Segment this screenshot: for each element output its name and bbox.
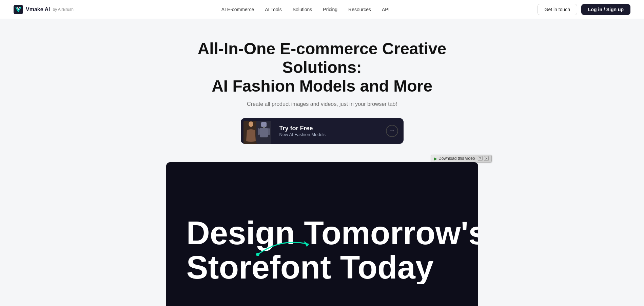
cta-text-block: Try for Free New AI Fashion Models bbox=[274, 125, 386, 137]
download-bar-actions: ? ✕ bbox=[478, 156, 489, 161]
video-display: Design Tomorrow's Storefont Today bbox=[166, 162, 478, 306]
nav-item-ai-tools[interactable]: AI Tools bbox=[265, 6, 282, 13]
get-in-touch-button[interactable]: Get in touch bbox=[538, 4, 578, 15]
hero-subtitle: Create all product images and videos, ju… bbox=[14, 101, 630, 107]
nav-link-resources[interactable]: Resources bbox=[348, 7, 371, 12]
download-play-icon: ▶ bbox=[434, 156, 437, 161]
video-headline-wrapper: Design Tomorrow's Storefont Today bbox=[187, 216, 478, 285]
svg-rect-8 bbox=[268, 128, 270, 135]
vmake-logo-icon bbox=[14, 5, 23, 14]
navbar-actions: Get in touch Log in / Sign up bbox=[538, 4, 630, 15]
svg-rect-7 bbox=[258, 128, 260, 135]
nav-item-resources[interactable]: Resources bbox=[348, 6, 371, 13]
video-headline-line1: Design Tomorrow's bbox=[187, 216, 478, 250]
nav-item-pricing[interactable]: Pricing bbox=[323, 6, 337, 13]
logo-by-airbrush: by AirBrush bbox=[53, 7, 73, 12]
logo-area: Vmake AI by AirBrush bbox=[14, 5, 74, 14]
hero-title: All-In-One E-commerce Creative Solutions… bbox=[170, 39, 475, 96]
nav-item-api[interactable]: API bbox=[382, 6, 390, 13]
cta-arrow-icon: → bbox=[386, 125, 398, 137]
svg-rect-5 bbox=[263, 127, 265, 128]
login-signup-button[interactable]: Log in / Sign up bbox=[581, 4, 630, 15]
svg-rect-4 bbox=[261, 122, 267, 127]
cta-try-free-label: Try for Free bbox=[279, 125, 313, 132]
try-for-free-button[interactable]: Try for Free New AI Fashion Models → bbox=[241, 118, 404, 144]
video-section: ▶ Download this video ? ✕ Design Tomorro… bbox=[153, 162, 492, 306]
svg-marker-9 bbox=[304, 241, 309, 247]
cyan-arrow-graphic bbox=[254, 234, 322, 261]
nav-link-pricing[interactable]: Pricing bbox=[323, 7, 337, 12]
navbar: Vmake AI by AirBrush AI E-commerce AI To… bbox=[0, 0, 644, 19]
cta-sub-label: New AI Fashion Models bbox=[279, 132, 326, 137]
nav-item-ai-ecommerce[interactable]: AI E-commerce bbox=[221, 6, 254, 13]
svg-point-10 bbox=[256, 253, 259, 256]
download-close-button[interactable]: ✕ bbox=[484, 156, 489, 161]
download-video-label: Download this video bbox=[438, 156, 475, 161]
cta-model-images bbox=[241, 118, 274, 144]
video-headline-s: S bbox=[187, 249, 208, 285]
video-headline-d: D bbox=[187, 216, 210, 251]
logo-brand-name: Vmake AI bbox=[26, 6, 50, 13]
hero-title-line1: All-In-One E-commerce Creative Solutions… bbox=[198, 40, 447, 76]
nav-link-solutions[interactable]: Solutions bbox=[293, 7, 312, 12]
hero-section: All-In-One E-commerce Creative Solutions… bbox=[0, 19, 644, 155]
download-help-button[interactable]: ? bbox=[478, 156, 483, 161]
hero-title-line2: AI Fashion Models and More bbox=[212, 77, 432, 95]
nav-link-ai-tools[interactable]: AI Tools bbox=[265, 7, 282, 12]
svg-rect-6 bbox=[260, 128, 268, 137]
video-headline: Design Tomorrow's Storefont Today bbox=[187, 216, 478, 285]
svg-point-2 bbox=[249, 121, 253, 127]
video-text: Design Tomorrow's Storefont Today bbox=[166, 196, 478, 305]
nav-item-solutions[interactable]: Solutions bbox=[293, 6, 312, 13]
model-robot-icon bbox=[256, 121, 271, 144]
video-headline-line2: Storefont Today bbox=[187, 250, 478, 285]
nav-link-api[interactable]: API bbox=[382, 7, 390, 12]
download-video-bar[interactable]: ▶ Download this video ? ✕ bbox=[431, 155, 491, 162]
nav-link-ai-ecommerce[interactable]: AI E-commerce bbox=[221, 7, 254, 12]
main-nav: AI E-commerce AI Tools Solutions Pricing… bbox=[221, 6, 390, 13]
